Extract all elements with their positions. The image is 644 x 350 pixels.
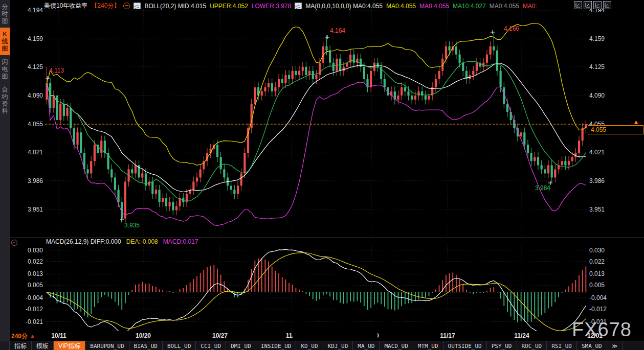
tab-DMI_UD[interactable]: DMI_UD <box>226 341 256 350</box>
macd-tick-right-0: 0.030 <box>589 247 620 254</box>
price-tick-left-7: 3.951 <box>12 206 43 213</box>
macd-header-seg-1: DEA:-0.008 <box>126 238 158 245</box>
price-tick-left-3: 4.090 <box>12 92 43 99</box>
tab-RSI_UD[interactable]: RSI_UD <box>547 341 577 350</box>
price-tick-left-0: 4.194 <box>12 7 43 14</box>
macd-tick-left-6: -0.021 <box>12 318 43 325</box>
axis-left-icon[interactable] <box>584 1 592 9</box>
gridlines <box>45 7 587 331</box>
macd-tick-left-5: -0.012 <box>12 306 43 313</box>
toolbar-corner-icon[interactable] <box>0 341 10 350</box>
current-price-box: 4.055 <box>588 125 643 134</box>
macd-tick-left-4: -0.004 <box>12 294 43 301</box>
chart-header: 美债10年收益率【240分】BOLL(20,2) MID:4.015UPPER:… <box>44 2 537 10</box>
price-tick-right-7: 3.951 <box>589 206 620 213</box>
pan-icon[interactable] <box>574 1 582 9</box>
price-tick-right-1: 4.159 <box>589 35 620 42</box>
indicator-toolbar: 指标模板VIP指标BARUPDN_UDBIAS_UDBOLL_UDCCI_UDD… <box>0 341 644 350</box>
tab-模板[interactable]: 模板 <box>32 341 54 350</box>
date-label-6: 11/24 <box>514 332 529 339</box>
macd-tick-left-2: 0.013 <box>12 270 43 277</box>
price-tick-right-6: 3.986 <box>589 177 620 184</box>
candles <box>46 33 587 223</box>
macd-header-seg-0: MACD(26,12,9) DIFF:0.000 <box>46 238 121 245</box>
tab-≫[interactable]: ≫ <box>607 341 623 350</box>
watermark: FX678 <box>572 319 632 341</box>
svg-text:4.164: 4.164 <box>330 27 345 34</box>
header-seg-5: UPPER:4.052 <box>210 3 248 10</box>
sidebar-item-3[interactable]: 合约资料 <box>0 83 10 118</box>
header-seg-12: MA0:4.055 <box>490 3 519 10</box>
tab-CCI_UD[interactable]: CCI_UD <box>196 341 226 350</box>
price-annotations: 4.1134.1644.1663.9353.984 <box>46 25 552 229</box>
tab-OUTSIDE_UD[interactable]: OUTSIDE_UD <box>443 341 487 350</box>
overlay-lines <box>47 24 586 226</box>
sidebar-item-0[interactable]: 分时图 <box>0 0 10 28</box>
minus-circle-icon[interactable] <box>123 3 130 9</box>
svg-text:4.166: 4.166 <box>504 25 519 32</box>
header-seg-8: MA(0,0,0,10,0,0) MA0:4.055 <box>305 3 383 10</box>
macd-panel <box>45 249 587 336</box>
tab-BOLL_UD[interactable]: BOLL_UD <box>163 341 196 350</box>
tab-MA_UD[interactable]: MA_UD <box>353 341 380 350</box>
date-label-1: 10/20 <box>136 332 151 339</box>
header-seg-11: MA10:4.027 <box>453 3 486 10</box>
period-indicator[interactable]: 240分 ▲ <box>11 332 35 341</box>
header-seg-0: 美债10年收益率 <box>44 2 87 10</box>
left-sidebar: 分时图K线图闪电图合约资料 <box>0 0 10 350</box>
macd-tick-left-1: 0.022 <box>12 258 43 265</box>
macd-header: MACD(26,12,9) DIFF:0.000DEA:-0.008MACD:0… <box>46 238 198 245</box>
tab-SMA_UD[interactable]: SMA_UD <box>577 341 607 350</box>
price-tick-left-2: 4.125 <box>12 63 43 71</box>
svg-text:4.113: 4.113 <box>49 67 64 74</box>
date-label-5: 11/17 <box>440 332 455 339</box>
sidebar-item-1[interactable]: K线图 <box>0 28 10 55</box>
header-seg-10: MA0:4.055 <box>419 3 449 10</box>
chart-canvas: 4.1134.1644.1663.9353.984 <box>0 0 644 350</box>
header-seg-4: BOLL(20,2) MID:4.015 <box>144 3 206 10</box>
indicator-chart-icon[interactable] <box>134 3 141 9</box>
price-up-arrow-icon: ▲ <box>633 118 639 126</box>
header-seg-13: MA0: <box>523 3 537 10</box>
axis-right-icon[interactable] <box>593 1 602 9</box>
price-tick-left-4: 4.055 <box>12 121 43 128</box>
macd-tick-left-3: 0.005 <box>12 282 43 289</box>
macd-tick-left-0: 0.030 <box>12 247 43 254</box>
price-tick-left-5: 4.021 <box>12 149 43 156</box>
header-seg-9: MA0:4.055 <box>386 3 416 10</box>
window-icon-row <box>574 1 611 9</box>
macd-tick-right-1: 0.022 <box>589 258 620 265</box>
trading-terminal: 4.1134.1644.1663.9353.984 分时图K线图闪电图合约资料 … <box>0 0 644 350</box>
header-seg-6: LOWER:3.978 <box>252 3 291 10</box>
tab-INSIDE_UD[interactable]: INSIDE_UD <box>256 341 297 350</box>
tab-ROC_UD[interactable]: ROC_UD <box>517 341 547 350</box>
price-tick-right-3: 4.090 <box>589 92 620 99</box>
svg-text:3.935: 3.935 <box>124 222 140 229</box>
price-tick-right-5: 4.021 <box>589 149 620 156</box>
tab-KDJ_UD[interactable]: KDJ_UD <box>323 341 353 350</box>
indicator-chart-icon[interactable] <box>295 3 302 9</box>
macd-tick-right-2: 0.013 <box>589 270 620 277</box>
date-label-2: 10/27 <box>212 332 228 339</box>
tab-MTM_UD[interactable]: MTM_UD <box>413 341 443 350</box>
tab-KD_UD[interactable]: KD_UD <box>296 341 323 350</box>
price-tick-left-6: 3.986 <box>12 177 43 184</box>
date-label-0: 10/11 <box>51 332 66 339</box>
tab-指标[interactable]: 指标 <box>10 341 32 350</box>
macd-tick-right-5: -0.012 <box>589 306 620 313</box>
tab-VIP指标[interactable]: VIP指标 <box>54 341 85 350</box>
macd-tick-right-4: -0.004 <box>589 294 620 301</box>
tab-BIAS_UD[interactable]: BIAS_UD <box>129 341 163 350</box>
macd-header-seg-2: MACD:0.017 <box>163 238 198 245</box>
macd-tick-right-3: 0.005 <box>589 282 620 289</box>
price-tick-right-2: 4.125 <box>589 63 620 71</box>
price-tick-left-1: 4.159 <box>12 35 43 42</box>
tab-PSY_UD[interactable]: PSY_UD <box>487 341 517 350</box>
sidebar-item-2[interactable]: 闪电图 <box>0 55 10 83</box>
svg-text:3.984: 3.984 <box>535 184 550 192</box>
shift-right-icon[interactable] <box>603 1 611 9</box>
macd-panel-icon[interactable] <box>11 240 17 246</box>
redaction-box <box>293 330 377 340</box>
tab-MACD_UD[interactable]: MACD_UD <box>380 341 413 350</box>
tab-BARUPDN_UD[interactable]: BARUPDN_UD <box>85 341 129 350</box>
